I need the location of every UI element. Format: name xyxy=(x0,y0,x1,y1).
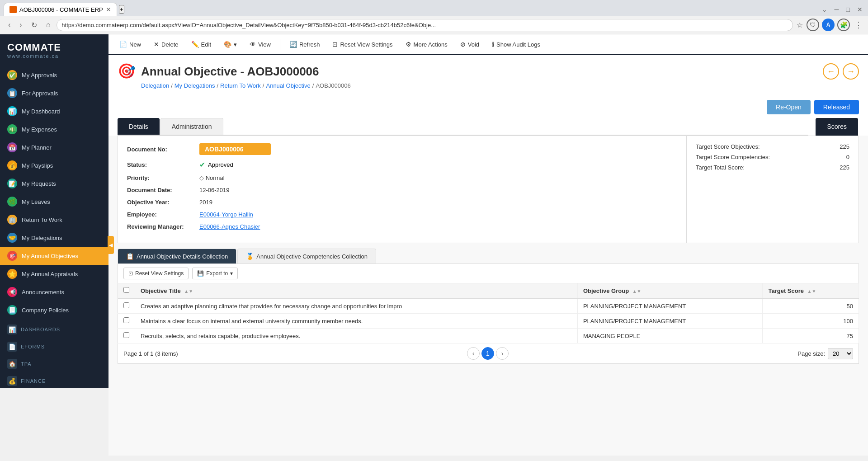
void-button[interactable]: ⊘ Void xyxy=(455,38,485,51)
show-audit-logs-button[interactable]: ℹ Show Audit Logs xyxy=(486,38,546,51)
coll-reset-view-button[interactable]: ⊡ Reset View Settings xyxy=(123,268,189,279)
reset-view-settings-button[interactable]: ⊡ Reset View Settings xyxy=(327,38,398,51)
breadcrumb-annual-objective[interactable]: Annual Objective xyxy=(266,82,310,89)
sidebar-item-my-expenses[interactable]: 💵 My Expenses xyxy=(0,120,108,138)
sidebar: COMMATE www.commate.ca ✅ My Approvals 📋 … xyxy=(0,34,108,388)
priority-value: ◇ Normal xyxy=(199,174,225,181)
page-size-select[interactable]: 20 50 100 xyxy=(828,348,853,359)
edit-button[interactable]: ✏️ Edit xyxy=(186,38,217,51)
tab-list-button[interactable]: ⌄ xyxy=(820,4,829,15)
home-button[interactable]: ⌂ xyxy=(43,19,53,31)
main-content: 📄 New ✕ Delete ✏️ Edit 🎨 ▾ 👁 View 🔄 xyxy=(108,34,868,456)
reopen-button[interactable]: Re-Open xyxy=(767,100,811,114)
released-button[interactable]: Released xyxy=(814,100,859,114)
objective-title-sort-icon: ▲▼ xyxy=(184,289,193,294)
main-tabs-container: Details Administration Scores xyxy=(108,118,868,136)
row-2-checkbox[interactable] xyxy=(123,317,129,323)
col-objective-title[interactable]: Objective Title ▲▼ xyxy=(135,283,578,298)
tab-objectives-details[interactable]: 📋 Annual Objective Details Collection xyxy=(118,249,236,263)
bookmark-button[interactable]: ☆ xyxy=(797,21,803,29)
sidebar-item-announcements[interactable]: 📢 Announcements xyxy=(0,283,108,301)
col-objective-group[interactable]: Objective Group ▲▼ xyxy=(577,283,763,298)
target-score-sort-icon: ▲▼ xyxy=(807,289,816,294)
tab-competencies[interactable]: 🏅 Annual Objective Competencies Collecti… xyxy=(237,249,376,263)
breadcrumb-my-delegations[interactable]: My Delegations xyxy=(175,82,215,89)
view-button[interactable]: 👁 View xyxy=(244,38,276,51)
refresh-icon: 🔄 xyxy=(289,41,297,48)
sidebar-nav: ✅ My Approvals 📋 For Approvals 📊 My Dash… xyxy=(0,66,108,388)
my-expenses-icon: 💵 xyxy=(7,124,17,134)
tpa-section-label: TPA xyxy=(21,361,32,367)
pagination-next-button[interactable]: › xyxy=(496,347,509,360)
sidebar-section-finance[interactable]: 💰 Finance xyxy=(0,372,108,388)
eforms-section-icon: 📄 xyxy=(7,342,17,352)
coll-export-button[interactable]: 💾 Export to ▾ xyxy=(192,268,238,279)
minimize-button[interactable]: ─ xyxy=(833,4,841,15)
view-icon: 👁 xyxy=(250,41,256,48)
document-no-badge: AOBJ000006 xyxy=(199,143,271,155)
sidebar-item-company-policies[interactable]: 📃 Company Policies xyxy=(0,301,108,319)
page-body: 🎯 Annual Objective - AOBJ000006 ← → Dele… xyxy=(108,55,868,456)
tab-scores[interactable]: Scores xyxy=(816,118,858,136)
my-annual-objectives-icon: 🎯 xyxy=(7,251,17,261)
col-target-score[interactable]: Target Score ▲▼ xyxy=(763,283,859,298)
more-actions-button[interactable]: ⚙ More Actions xyxy=(400,38,453,51)
pagination-page-1-button[interactable]: 1 xyxy=(481,347,494,360)
pagination-prev-button[interactable]: ‹ xyxy=(467,347,480,360)
extensions-button[interactable]: 🧩 xyxy=(837,19,850,31)
sidebar-item-my-annual-appraisals[interactable]: ⭐ My Annual Appraisals xyxy=(0,265,108,283)
sidebar-item-my-planner[interactable]: 📅 My Planner xyxy=(0,138,108,156)
new-tab-button[interactable]: + xyxy=(119,5,124,14)
score-value-competencies: 0 xyxy=(846,154,849,160)
breadcrumb-current: AOBJ000006 xyxy=(316,82,350,89)
shield-icon: 🛡 xyxy=(807,19,819,31)
sidebar-item-my-payslips[interactable]: 💰 My Payslips xyxy=(0,156,108,174)
tab-administration[interactable]: Administration xyxy=(160,118,223,135)
sidebar-item-return-to-work[interactable]: 🏢 Return To Work xyxy=(0,211,108,229)
sidebar-section-tpa[interactable]: 🏠 TPA xyxy=(0,355,108,371)
sidebar-item-my-dashboard[interactable]: 📊 My Dashboard xyxy=(0,102,108,120)
active-tab[interactable]: AOBJ000006 - COMMATE ERP ✕ xyxy=(4,3,117,16)
table-body: Creates an adaptive planning climate tha… xyxy=(118,298,859,343)
sidebar-item-my-requests[interactable]: 📝 My Requests xyxy=(0,174,108,193)
row-3-objective-title: Recruits, selects, and retains capable, … xyxy=(135,329,578,343)
maximize-button[interactable]: □ xyxy=(844,4,852,15)
refresh-button[interactable]: 🔄 Refresh xyxy=(284,38,326,51)
row-3-checkbox-cell xyxy=(118,329,135,343)
row-1-checkbox[interactable] xyxy=(123,302,129,308)
coll-export-icon: 💾 xyxy=(197,270,204,277)
sidebar-item-my-leaves[interactable]: 🌿 My Leaves xyxy=(0,193,108,211)
sidebar-item-my-annual-objectives[interactable]: 🎯 My Annual Objectives xyxy=(0,247,108,265)
reviewing-manager-link[interactable]: E00066-Agnes Chasier xyxy=(199,223,260,230)
sidebar-item-my-approvals[interactable]: ✅ My Approvals xyxy=(0,66,108,84)
breadcrumb-return-to-work[interactable]: Return To Work xyxy=(220,82,261,89)
tab-details[interactable]: Details xyxy=(118,118,160,135)
new-button[interactable]: 📄 New xyxy=(114,38,146,51)
breadcrumb-delegation[interactable]: Delegation xyxy=(141,82,169,89)
row-3-checkbox[interactable] xyxy=(123,332,129,338)
back-button[interactable]: ‹ xyxy=(5,19,13,31)
account-button[interactable]: A xyxy=(822,19,835,31)
row-3-target-score: 75 xyxy=(763,329,859,343)
sidebar-label-my-requests: My Requests xyxy=(22,180,56,187)
sidebar-item-for-approvals[interactable]: 📋 For Approvals xyxy=(0,84,108,102)
more-actions-icon: ⚙ xyxy=(406,41,411,48)
employee-link[interactable]: E00064-Yorgo Hallin xyxy=(199,211,253,218)
sidebar-section-dashboards[interactable]: 📊 Dashboards xyxy=(0,321,108,336)
nav-next-button[interactable]: → xyxy=(843,63,859,80)
delete-button[interactable]: ✕ Delete xyxy=(148,38,184,51)
reload-button[interactable]: ↻ xyxy=(28,19,40,31)
page-title: Annual Objective - AOBJ000006 xyxy=(141,65,319,79)
sidebar-collapse-button[interactable]: ◀ xyxy=(108,236,114,254)
sidebar-item-my-delegations[interactable]: 🤝 My Delegations xyxy=(0,229,108,247)
action-buttons: Re-Open Released xyxy=(108,96,868,118)
forward-button[interactable]: › xyxy=(17,19,24,31)
select-all-checkbox[interactable] xyxy=(123,287,129,293)
url-input[interactable] xyxy=(57,19,793,31)
window-close-button[interactable]: ✕ xyxy=(855,4,864,15)
paint-button[interactable]: 🎨 ▾ xyxy=(218,38,242,51)
tab-close-button[interactable]: ✕ xyxy=(106,6,111,13)
sidebar-section-eforms[interactable]: 📄 eForms xyxy=(0,338,108,353)
nav-prev-button[interactable]: ← xyxy=(823,63,839,80)
chrome-menu-button[interactable]: ⋮ xyxy=(854,20,863,30)
